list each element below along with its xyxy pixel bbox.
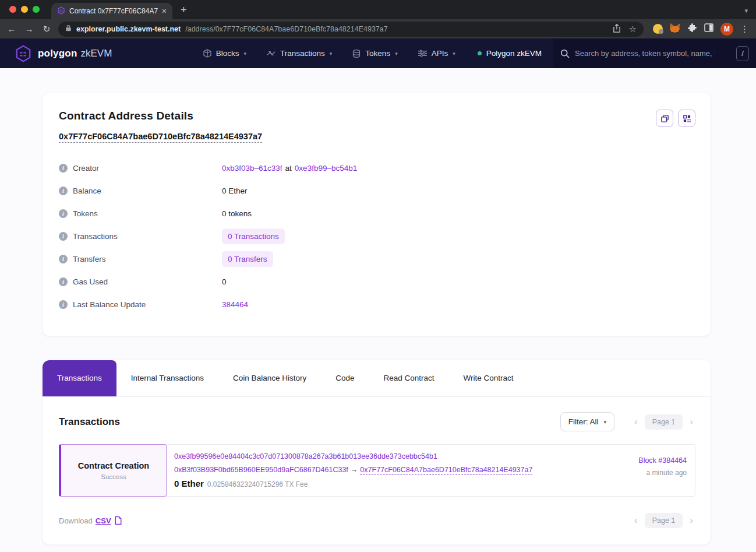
network-label: Polygon zkEVM xyxy=(486,49,542,58)
tab-internal-transactions[interactable]: Internal Transactions xyxy=(116,360,218,396)
filter-dropdown[interactable]: Filter: All ▾ xyxy=(560,412,614,431)
last-balance-update-label: Last Balance Update xyxy=(73,300,146,309)
download-label: Download xyxy=(59,516,93,525)
creation-tx-link[interactable]: 0xe3fb99–bc54b1 xyxy=(295,164,357,173)
tab-favicon-polygon-icon xyxy=(57,6,65,16)
side-panel-icon[interactable] xyxy=(704,23,713,34)
prev-page-button[interactable]: ‹ xyxy=(632,416,640,428)
copy-icon xyxy=(660,114,669,123)
window-controls[interactable] xyxy=(9,6,40,13)
extension-duck-icon[interactable] xyxy=(653,24,663,34)
tab-coin-balance-history[interactable]: Coin Balance History xyxy=(218,360,321,396)
detail-row-transactions: iTransactions 0 Transactions xyxy=(59,225,694,248)
address-actions xyxy=(656,110,695,127)
nav-label-apis: APIs xyxy=(432,49,448,58)
tokens-value: 0 tokens xyxy=(222,209,252,218)
last-balance-update-block-link[interactable]: 384464 xyxy=(222,300,248,309)
tab-transactions[interactable]: Transactions xyxy=(43,360,116,396)
creator-label: Creator xyxy=(73,164,99,173)
tab-code[interactable]: Code xyxy=(321,360,369,396)
browser-tab[interactable]: Contract 0x7F77cF06C84A7ba × xyxy=(51,3,172,19)
tab-read-contract[interactable]: Read Contract xyxy=(369,360,448,396)
page-content: Contract Address Details 0x7F77cF06C84A7… xyxy=(0,93,756,552)
search-input[interactable] xyxy=(575,49,715,58)
window-minimize-button[interactable] xyxy=(21,6,28,13)
transactions-footer: Download CSV ‹ Page 1 › xyxy=(59,513,695,528)
tokens-label: Tokens xyxy=(73,209,98,218)
window-close-button[interactable] xyxy=(9,6,16,13)
detail-row-balance: iBalance 0 Ether xyxy=(59,180,694,202)
brand-suffix: zkEVM xyxy=(81,48,112,59)
reload-button[interactable]: ↻ xyxy=(41,24,52,34)
transfers-count-badge[interactable]: 0 Transfers xyxy=(222,251,273,267)
chevron-down-icon: ▾ xyxy=(330,51,333,57)
extensions-puzzle-icon[interactable] xyxy=(688,23,697,35)
page-title: Contract Address Details xyxy=(59,110,694,122)
nav-label-blocks: Blocks xyxy=(216,49,239,58)
detail-row-transfers: iTransfers 0 Transfers xyxy=(59,248,694,270)
bookmark-star-icon[interactable]: ☆ xyxy=(629,24,637,34)
contract-address[interactable]: 0x7F77cF06C84A7bae6D710eBfc78a48214E4937… xyxy=(59,132,262,143)
tx-value: 0 Ether xyxy=(174,479,204,488)
tx-block-link[interactable]: Block #384464 xyxy=(638,456,687,465)
window-zoom-button[interactable] xyxy=(33,6,40,13)
copy-address-button[interactable] xyxy=(656,110,673,127)
tx-hash-link[interactable]: 0xe3fb99596e0e84404c3c07d071300878a267a3… xyxy=(174,452,437,460)
qr-code-button[interactable] xyxy=(678,110,695,127)
nav-item-apis[interactable]: APIs ▾ xyxy=(418,49,455,58)
balance-value: 0 Ether xyxy=(222,187,248,195)
transactions-section: Transactions Filter: All ▾ ‹ Page 1 › Co… xyxy=(43,397,711,544)
pagination-top: ‹ Page 1 › xyxy=(632,414,695,430)
nav-item-blocks[interactable]: Blocks ▾ xyxy=(203,49,246,58)
share-icon[interactable] xyxy=(613,24,621,34)
nav-label-tokens: Tokens xyxy=(365,49,390,58)
current-page-button[interactable]: Page 1 xyxy=(645,513,683,528)
metamask-fox-icon[interactable] xyxy=(670,23,681,35)
tx-from-address-link[interactable]: 0xB3f03B93F0bd65B960EE950d9aFC6867D461C3… xyxy=(174,466,348,474)
tab-bar: Transactions Internal Transactions Coin … xyxy=(43,360,711,397)
next-page-button[interactable]: › xyxy=(687,515,695,526)
tab-close-icon[interactable]: × xyxy=(162,6,167,16)
prev-page-button[interactable]: ‹ xyxy=(632,515,640,526)
polygon-zkevm-logo[interactable]: polygon zkEVM xyxy=(15,45,112,62)
detail-row-gas-used: iGas Used 0 xyxy=(59,270,694,293)
tab-write-contract[interactable]: Write Contract xyxy=(449,360,528,396)
file-download-icon xyxy=(114,516,122,525)
current-page-button[interactable]: Page 1 xyxy=(645,414,683,430)
contract-details-card: Contract Address Details 0x7F77cF06C84A7… xyxy=(43,93,711,336)
site-search[interactable]: / xyxy=(553,38,756,68)
creator-address-link[interactable]: 0xb3f03b–61c33f xyxy=(222,164,282,173)
transactions-card: Transactions Internal Transactions Coin … xyxy=(43,360,711,544)
gas-used-label: Gas Used xyxy=(73,277,108,286)
network-selector[interactable]: Polygon zkEVM xyxy=(478,49,542,58)
info-icon: i xyxy=(59,300,68,309)
detail-rows: iCreator 0xb3f03b–61c33f at 0xe3fb99–bc5… xyxy=(59,157,694,316)
nav-item-transactions[interactable]: Transactions ▾ xyxy=(266,49,332,58)
download-csv: Download CSV xyxy=(59,516,122,525)
info-icon: i xyxy=(59,209,68,218)
transactions-count-badge[interactable]: 0 Transactions xyxy=(222,228,285,244)
address-bar[interactable]: explorer.public.zkevm-test.net /address/… xyxy=(58,22,644,37)
tab-search-chevron-icon[interactable]: ▾ xyxy=(744,7,748,19)
forward-button[interactable]: → xyxy=(23,24,35,34)
tab-title: Contract 0x7F77cF06C84A7ba xyxy=(69,7,158,15)
tx-row-meta: Block #384464 a minute ago xyxy=(607,445,695,496)
tx-age: a minute ago xyxy=(647,469,687,477)
csv-download-link[interactable]: CSV xyxy=(96,516,111,525)
nav-item-tokens[interactable]: Tokens ▾ xyxy=(352,49,397,58)
browser-profile-avatar[interactable]: M xyxy=(720,23,733,36)
new-tab-button[interactable]: + xyxy=(181,4,187,19)
blocks-cube-icon xyxy=(203,49,212,58)
tx-to-address-link[interactable]: 0x7F77cF06C84A7bae6D710eBfc78a48214E4937… xyxy=(360,466,532,474)
chevron-down-icon: ▾ xyxy=(604,419,607,425)
next-page-button[interactable]: › xyxy=(687,416,695,428)
pagination-bottom: ‹ Page 1 › xyxy=(632,513,695,528)
back-button[interactable]: ← xyxy=(6,24,17,34)
qr-code-icon xyxy=(683,114,691,123)
tokens-coins-icon xyxy=(352,49,361,58)
browser-menu-icon[interactable]: ⋮ xyxy=(740,24,749,34)
apis-sliders-icon xyxy=(418,49,428,58)
chevron-down-icon: ▾ xyxy=(244,51,247,57)
info-icon: i xyxy=(59,232,68,241)
tx-row-body: 0xe3fb99596e0e84404c3c07d071300878a267a3… xyxy=(166,445,607,496)
